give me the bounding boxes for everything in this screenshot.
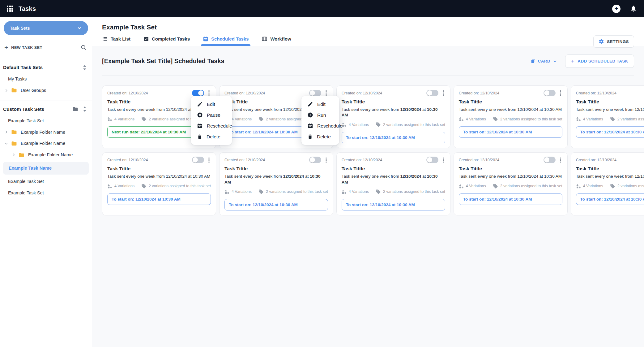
created-on-label: Created on: 12/10/2024 — [459, 91, 544, 95]
sidebar-folder-item[interactable]: Example Folder Name — [0, 138, 92, 149]
menu-item-delete[interactable]: Delete — [191, 131, 232, 142]
created-on-label: Created on: 12/10/2024 — [224, 91, 309, 95]
tab-task-list[interactable]: Task List — [102, 36, 130, 46]
task-context-menu: EditRunRescheduleDelete — [301, 96, 339, 145]
task-context-menu: EditPauseRescheduleDelete — [191, 96, 232, 145]
view-mode-select[interactable]: CARD — [531, 59, 557, 64]
sidebar-item[interactable]: Example Task Set — [0, 176, 92, 187]
task-card: Created on: 12/10/2024Task TittleTask se… — [102, 152, 216, 215]
start-date-box: To start on: 12/10/2024 at 10:30 AM — [342, 199, 445, 210]
start-date-box: To start on: 12/10/2024 at 10:30 AM — [459, 126, 562, 138]
task-description: Task sent every one week from 12/10/2024… — [459, 174, 562, 179]
menu-item-run[interactable]: Run — [301, 110, 339, 120]
menu-item-edit[interactable]: Edit — [191, 99, 232, 110]
menu-item-delete[interactable]: Delete — [301, 131, 339, 142]
task-enabled-toggle[interactable] — [192, 157, 204, 163]
sidebar-item[interactable]: Example Task Set — [0, 115, 92, 127]
sidebar-section-header: Default Task Sets — [0, 59, 92, 73]
task-sets-dropdown[interactable]: Task Sets — [4, 21, 88, 35]
apps-grid-icon[interactable] — [7, 6, 13, 12]
kebab-menu-icon[interactable] — [207, 157, 211, 163]
reschedule-icon — [307, 123, 313, 129]
chevron-right-icon[interactable] — [4, 89, 11, 93]
top-app-bar: Tasks + — [0, 0, 644, 17]
add-folder-icon[interactable] — [73, 107, 78, 111]
task-enabled-toggle[interactable] — [544, 157, 556, 163]
created-on-label: Created on: 12/10/2024 — [107, 158, 192, 162]
sidebar-item[interactable]: My Tasks — [0, 73, 92, 85]
menu-item-edit[interactable]: Edit — [301, 99, 339, 110]
variations-icon — [107, 117, 112, 121]
task-title: Task Tittle — [342, 99, 445, 105]
menu-item-label: Delete — [317, 134, 331, 140]
task-enabled-toggle[interactable] — [309, 90, 321, 96]
created-on-label: Created on: 12/10/2024 — [342, 158, 426, 162]
menu-item-label: Delete — [207, 134, 220, 140]
sidebar-folder-item[interactable]: Example Folder Name — [0, 127, 92, 138]
gear-icon — [599, 39, 604, 44]
kebab-menu-icon[interactable] — [441, 90, 445, 96]
chevron-down-icon[interactable] — [4, 141, 11, 145]
menu-item-label: Reschedule — [207, 123, 232, 129]
sidebar-item[interactable]: Example Task Set — [0, 187, 92, 199]
task-enabled-toggle[interactable] — [544, 90, 556, 96]
menu-item-label: Pause — [207, 112, 220, 118]
sort-icon[interactable] — [83, 106, 87, 112]
kebab-menu-icon[interactable] — [324, 157, 328, 163]
run-icon — [307, 112, 313, 118]
menu-item-reschedule[interactable]: Reschedule — [301, 120, 339, 131]
kebab-menu-icon[interactable] — [559, 90, 562, 96]
task-cards-grid: Created on: 12/10/2024Task TittleTask se… — [102, 85, 634, 215]
variations-icon — [576, 184, 581, 189]
add-scheduled-task-button[interactable]: + ADD SCHEDULED TASK — [565, 54, 634, 68]
delete-icon — [307, 134, 313, 140]
task-enabled-toggle[interactable] — [426, 90, 438, 96]
menu-item-reschedule[interactable]: Reschedule — [191, 120, 232, 131]
notifications-bell-icon[interactable] — [630, 5, 637, 12]
variations-count: 4 Variations — [459, 184, 486, 189]
kebab-menu-icon[interactable] — [559, 157, 562, 163]
tag-icon — [376, 189, 381, 194]
tab-completed-tasks[interactable]: Completed Tasks — [143, 36, 190, 46]
menu-item-pause[interactable]: Pause — [191, 110, 232, 120]
new-task-set-button[interactable]: + NEW TASK SET — [0, 39, 92, 55]
folder-icon — [19, 153, 24, 158]
sidebar-item-selected[interactable]: Example Task Name — [3, 162, 89, 175]
variations-count: 4 Variations — [459, 117, 486, 121]
sidebar-folder-item[interactable]: User Groups — [0, 85, 92, 96]
edit-icon — [307, 101, 313, 107]
section-heading: [Example Task Set Title] Scheduled Tasks — [102, 58, 224, 65]
kebab-menu-icon[interactable] — [324, 90, 328, 96]
task-enabled-toggle[interactable] — [309, 157, 321, 163]
settings-button-label: SETTINGS — [607, 39, 629, 44]
tab-scheduled-tasks[interactable]: Scheduled Tasks — [203, 36, 249, 46]
created-on-label: Created on: 12/10/2024 — [576, 158, 644, 162]
task-enabled-toggle[interactable] — [192, 90, 204, 96]
scheduled-tasks-content: [Example Task Set Title] Scheduled Tasks… — [92, 46, 644, 347]
tag-icon — [493, 116, 498, 122]
sidebar-folder-item[interactable]: Example Folder Name — [0, 149, 92, 161]
sidebar-item-label: Example Folder Name — [28, 152, 73, 158]
tab-label: Completed Tasks — [152, 36, 190, 41]
chevron-right-icon[interactable] — [12, 153, 19, 157]
task-card: Created on: 12/10/2024Task TittleTask se… — [571, 85, 644, 148]
add-scheduled-task-label: ADD SCHEDULED TASK — [578, 59, 628, 63]
assigned-variations: 2 variations assigned to this task set — [493, 116, 562, 122]
tag-icon — [258, 189, 264, 194]
settings-button[interactable]: SETTINGS — [593, 35, 634, 48]
sidebar-section-header: Custom Task Sets — [0, 101, 92, 115]
kebab-menu-icon[interactable] — [207, 90, 211, 96]
page-header: Example Task Set Task ListCompleted Task… — [92, 17, 644, 46]
sort-icon[interactable] — [83, 65, 87, 70]
folder-icon — [19, 153, 24, 158]
add-icon[interactable]: + — [612, 5, 621, 13]
variations-count: 4 Variations — [576, 184, 603, 189]
search-icon[interactable] — [80, 44, 87, 51]
assigned-variations: 2 variations assigned to this task set — [141, 184, 211, 189]
task-enabled-toggle[interactable] — [426, 157, 438, 163]
chevron-right-icon[interactable] — [4, 130, 11, 134]
tab-workflow[interactable]: Workflow — [262, 36, 291, 46]
created-on-label: Created on: 12/10/2024 — [107, 91, 192, 95]
folder-icon — [11, 88, 17, 93]
kebab-menu-icon[interactable] — [441, 157, 445, 163]
